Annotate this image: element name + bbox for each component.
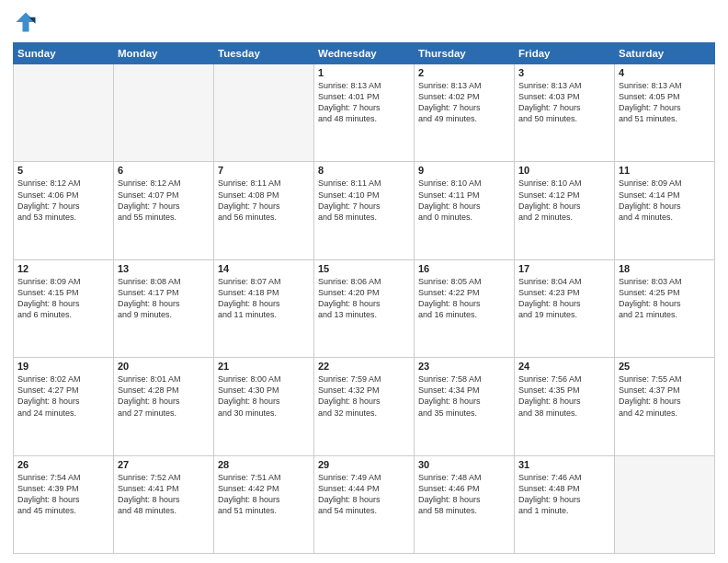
calendar-cell: 25Sunrise: 7:55 AM Sunset: 4:37 PM Dayli… bbox=[615, 358, 715, 455]
cell-info: Sunrise: 8:08 AM Sunset: 4:17 PM Dayligh… bbox=[118, 276, 210, 321]
calendar-cell: 26Sunrise: 7:54 AM Sunset: 4:39 PM Dayli… bbox=[14, 455, 114, 553]
svg-marker-0 bbox=[17, 13, 36, 32]
calendar-cell bbox=[214, 64, 314, 162]
weekday-header-row: SundayMondayTuesdayWednesdayThursdayFrid… bbox=[14, 43, 715, 64]
calendar-cell: 3Sunrise: 8:13 AM Sunset: 4:03 PM Daylig… bbox=[515, 64, 615, 162]
day-number: 17 bbox=[518, 263, 610, 274]
calendar-cell: 1Sunrise: 8:13 AM Sunset: 4:01 PM Daylig… bbox=[314, 64, 415, 162]
calendar-cell: 15Sunrise: 8:06 AM Sunset: 4:20 PM Dayli… bbox=[314, 259, 415, 357]
day-number: 4 bbox=[619, 67, 711, 78]
calendar-cell: 5Sunrise: 8:12 AM Sunset: 4:06 PM Daylig… bbox=[14, 162, 114, 259]
cell-info: Sunrise: 8:02 AM Sunset: 4:27 PM Dayligh… bbox=[17, 373, 109, 419]
calendar-cell: 4Sunrise: 8:13 AM Sunset: 4:05 PM Daylig… bbox=[615, 64, 715, 162]
calendar-cell: 24Sunrise: 7:56 AM Sunset: 4:35 PM Dayli… bbox=[515, 358, 615, 455]
cell-info: Sunrise: 7:51 AM Sunset: 4:42 PM Dayligh… bbox=[218, 472, 310, 517]
cell-info: Sunrise: 8:04 AM Sunset: 4:23 PM Dayligh… bbox=[518, 276, 610, 321]
cell-info: Sunrise: 8:13 AM Sunset: 4:05 PM Dayligh… bbox=[619, 80, 711, 125]
day-number: 27 bbox=[118, 459, 210, 470]
day-number: 3 bbox=[518, 67, 610, 78]
day-number: 14 bbox=[218, 263, 310, 274]
day-number: 20 bbox=[118, 361, 210, 372]
cell-info: Sunrise: 7:48 AM Sunset: 4:46 PM Dayligh… bbox=[418, 472, 510, 517]
day-number: 10 bbox=[518, 165, 610, 176]
calendar-cell: 2Sunrise: 8:13 AM Sunset: 4:02 PM Daylig… bbox=[415, 64, 515, 162]
cell-info: Sunrise: 7:56 AM Sunset: 4:35 PM Dayligh… bbox=[518, 373, 610, 419]
cell-info: Sunrise: 8:07 AM Sunset: 4:18 PM Dayligh… bbox=[218, 276, 310, 321]
calendar-cell: 29Sunrise: 7:49 AM Sunset: 4:44 PM Dayli… bbox=[314, 455, 415, 553]
cell-info: Sunrise: 8:09 AM Sunset: 4:15 PM Dayligh… bbox=[17, 276, 109, 321]
calendar-cell: 22Sunrise: 7:59 AM Sunset: 4:32 PM Dayli… bbox=[314, 358, 415, 455]
cell-info: Sunrise: 8:11 AM Sunset: 4:08 PM Dayligh… bbox=[218, 178, 310, 223]
calendar-cell: 20Sunrise: 8:01 AM Sunset: 4:28 PM Dayli… bbox=[114, 358, 214, 455]
weekday-monday: Monday bbox=[114, 43, 214, 64]
weekday-sunday: Sunday bbox=[14, 43, 114, 64]
logo-icon bbox=[13, 9, 39, 35]
week-row-1: 5Sunrise: 8:12 AM Sunset: 4:06 PM Daylig… bbox=[14, 162, 715, 259]
week-row-3: 19Sunrise: 8:02 AM Sunset: 4:27 PM Dayli… bbox=[14, 358, 715, 455]
cell-info: Sunrise: 8:05 AM Sunset: 4:22 PM Dayligh… bbox=[418, 276, 510, 321]
cell-info: Sunrise: 8:13 AM Sunset: 4:02 PM Dayligh… bbox=[418, 80, 510, 125]
day-number: 29 bbox=[318, 459, 410, 470]
day-number: 5 bbox=[17, 165, 109, 176]
day-number: 11 bbox=[619, 165, 711, 176]
calendar-cell bbox=[114, 64, 214, 162]
day-number: 9 bbox=[418, 165, 510, 176]
weekday-wednesday: Wednesday bbox=[314, 43, 415, 64]
cell-info: Sunrise: 7:59 AM Sunset: 4:32 PM Dayligh… bbox=[318, 373, 410, 419]
day-number: 12 bbox=[17, 263, 109, 274]
calendar-cell: 11Sunrise: 8:09 AM Sunset: 4:14 PM Dayli… bbox=[615, 162, 715, 259]
calendar-cell: 23Sunrise: 7:58 AM Sunset: 4:34 PM Dayli… bbox=[415, 358, 515, 455]
calendar-cell: 8Sunrise: 8:11 AM Sunset: 4:10 PM Daylig… bbox=[314, 162, 415, 259]
day-number: 8 bbox=[318, 165, 410, 176]
calendar-cell: 16Sunrise: 8:05 AM Sunset: 4:22 PM Dayli… bbox=[415, 259, 515, 357]
cell-info: Sunrise: 8:13 AM Sunset: 4:01 PM Dayligh… bbox=[318, 80, 410, 125]
day-number: 18 bbox=[619, 263, 711, 274]
day-number: 15 bbox=[318, 263, 410, 274]
cell-info: Sunrise: 8:03 AM Sunset: 4:25 PM Dayligh… bbox=[619, 276, 711, 321]
day-number: 30 bbox=[418, 459, 510, 470]
calendar-table: SundayMondayTuesdayWednesdayThursdayFrid… bbox=[13, 42, 715, 554]
calendar-cell: 21Sunrise: 8:00 AM Sunset: 4:30 PM Dayli… bbox=[214, 358, 314, 455]
day-number: 2 bbox=[418, 67, 510, 78]
week-row-4: 26Sunrise: 7:54 AM Sunset: 4:39 PM Dayli… bbox=[14, 455, 715, 553]
cell-info: Sunrise: 8:01 AM Sunset: 4:28 PM Dayligh… bbox=[118, 373, 210, 419]
cell-info: Sunrise: 7:49 AM Sunset: 4:44 PM Dayligh… bbox=[318, 472, 410, 517]
cell-info: Sunrise: 7:46 AM Sunset: 4:48 PM Dayligh… bbox=[518, 472, 610, 517]
day-number: 22 bbox=[318, 361, 410, 372]
calendar-cell: 28Sunrise: 7:51 AM Sunset: 4:42 PM Dayli… bbox=[214, 455, 314, 553]
day-number: 31 bbox=[518, 459, 610, 470]
calendar-cell: 10Sunrise: 8:10 AM Sunset: 4:12 PM Dayli… bbox=[515, 162, 615, 259]
calendar-cell: 9Sunrise: 8:10 AM Sunset: 4:11 PM Daylig… bbox=[415, 162, 515, 259]
day-number: 24 bbox=[518, 361, 610, 372]
day-number: 23 bbox=[418, 361, 510, 372]
calendar-cell: 31Sunrise: 7:46 AM Sunset: 4:48 PM Dayli… bbox=[515, 455, 615, 553]
cell-info: Sunrise: 7:52 AM Sunset: 4:41 PM Dayligh… bbox=[118, 472, 210, 517]
cell-info: Sunrise: 8:12 AM Sunset: 4:06 PM Dayligh… bbox=[17, 178, 109, 223]
weekday-tuesday: Tuesday bbox=[214, 43, 314, 64]
day-number: 19 bbox=[17, 361, 109, 372]
calendar-cell: 6Sunrise: 8:12 AM Sunset: 4:07 PM Daylig… bbox=[114, 162, 214, 259]
calendar-cell: 30Sunrise: 7:48 AM Sunset: 4:46 PM Dayli… bbox=[415, 455, 515, 553]
cell-info: Sunrise: 8:11 AM Sunset: 4:10 PM Dayligh… bbox=[318, 178, 410, 223]
cell-info: Sunrise: 8:13 AM Sunset: 4:03 PM Dayligh… bbox=[518, 80, 610, 125]
day-number: 7 bbox=[218, 165, 310, 176]
day-number: 13 bbox=[118, 263, 210, 274]
calendar-cell: 19Sunrise: 8:02 AM Sunset: 4:27 PM Dayli… bbox=[14, 358, 114, 455]
day-number: 6 bbox=[118, 165, 210, 176]
calendar-cell bbox=[14, 64, 114, 162]
header bbox=[13, 9, 715, 35]
day-number: 26 bbox=[17, 459, 109, 470]
calendar-cell: 12Sunrise: 8:09 AM Sunset: 4:15 PM Dayli… bbox=[14, 259, 114, 357]
calendar-cell: 17Sunrise: 8:04 AM Sunset: 4:23 PM Dayli… bbox=[515, 259, 615, 357]
calendar-cell: 27Sunrise: 7:52 AM Sunset: 4:41 PM Dayli… bbox=[114, 455, 214, 553]
day-number: 21 bbox=[218, 361, 310, 372]
day-number: 1 bbox=[318, 67, 410, 78]
cell-info: Sunrise: 8:06 AM Sunset: 4:20 PM Dayligh… bbox=[318, 276, 410, 321]
calendar-cell: 13Sunrise: 8:08 AM Sunset: 4:17 PM Dayli… bbox=[114, 259, 214, 357]
cell-info: Sunrise: 8:10 AM Sunset: 4:12 PM Dayligh… bbox=[518, 178, 610, 223]
weekday-thursday: Thursday bbox=[415, 43, 515, 64]
cell-info: Sunrise: 8:10 AM Sunset: 4:11 PM Dayligh… bbox=[418, 178, 510, 223]
week-row-2: 12Sunrise: 8:09 AM Sunset: 4:15 PM Dayli… bbox=[14, 259, 715, 357]
cell-info: Sunrise: 7:55 AM Sunset: 4:37 PM Dayligh… bbox=[619, 373, 711, 419]
logo bbox=[13, 9, 42, 35]
